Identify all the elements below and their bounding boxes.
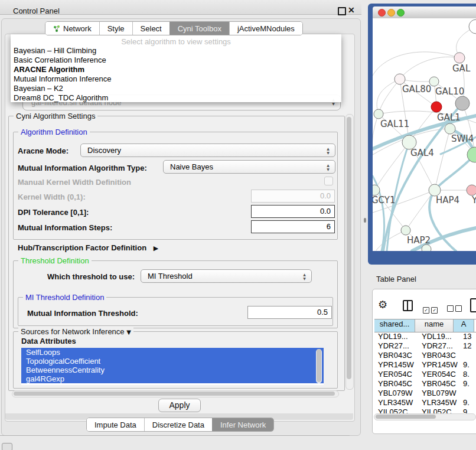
mi-steps-field[interactable]: 6 [251,220,335,233]
network-node-hap2[interactable] [401,226,410,235]
split-columns-icon[interactable] [403,300,413,311]
tab-select[interactable]: Select [132,22,169,35]
network-edge[interactable] [376,230,406,250]
table-header: shared...nameA [374,319,476,332]
which-threshold-combo[interactable]: MI Threshold ▲▼ [141,269,312,283]
close-icon[interactable]: ✕ [348,5,355,15]
network-canvas[interactable]: GALGAL80GAL10GAL1SWI4GAL11GAL4GCY1HAP4YH… [373,18,476,251]
network-node-gal80[interactable] [395,74,405,84]
control-panel-title: Control Panel [13,6,60,15]
table-row[interactable]: YLR345WYLR345W9. [374,398,476,407]
algorithm-option[interactable]: Dream8 DC_TDC Algorithm [11,93,341,103]
divider [0,435,350,436]
settings-vscrollbar-thumb[interactable] [347,117,351,379]
stepper-icon: ▲▼ [302,272,307,281]
attr-list-scrollbar[interactable] [316,349,322,383]
column-header-name[interactable]: name [415,319,454,332]
table-hscrollbar-thumb[interactable] [376,415,436,419]
tab-style[interactable]: Style [99,22,132,35]
algorithm-option[interactable]: Mutual Information Inference [11,74,341,84]
manual-kernel-width-checkbox[interactable] [324,177,333,185]
close-traffic-light[interactable] [378,9,386,17]
table-cell: YDL19... [418,332,459,341]
network-node-label: Y [471,195,476,206]
tab-jactivemnodules[interactable]: jActiveMNodules [229,22,302,35]
cyni-algorithm-settings-legend: Cyni Algorithm Settings [14,112,97,120]
network-node-gal10[interactable] [429,77,439,86]
network-node-y[interactable] [467,185,476,195]
network-edge[interactable] [435,129,450,190]
new-table-icon[interactable] [470,298,476,312]
bottom-left-button[interactable] [2,443,12,450]
table-cell: YBR045C [374,379,418,389]
table-row[interactable]: YDL19...YDL19...13 [374,332,476,341]
tab-discretize-data[interactable]: Discretize Data [144,418,212,431]
stepper-icon: ▲▼ [325,146,331,155]
table-row[interactable]: YER054CYER054C8. [374,370,476,379]
network-node[interactable] [469,19,476,34]
network-node-hap4[interactable] [429,184,441,196]
table-cell: YLR345W [418,398,459,407]
data-attribute-item[interactable]: BetweennessCentrality [21,366,324,374]
network-node-gal[interactable] [454,53,465,63]
minimize-traffic-light[interactable] [387,9,395,17]
network-node[interactable] [455,96,470,110]
network-window-titlebar[interactable] [373,6,476,19]
algorithm-option[interactable]: Basic Correlation Inference [11,56,341,65]
data-attribute-item[interactable]: SelfLoops [21,348,324,357]
aracne-mode-combo[interactable]: Discovery ▲▼ [80,144,335,157]
table-row[interactable]: YBL079WYBL079W [374,389,476,398]
algorithm-option[interactable]: Bayesian – Hill Climbing [11,46,341,56]
table-row[interactable]: YDR27...YDR27...12 [374,341,476,351]
table-row[interactable]: YBR043CYBR043C [374,351,476,360]
settings-vertical-scrollbar[interactable] [345,114,354,390]
network-node[interactable] [422,244,431,251]
network-tab-icon [53,25,60,32]
zoom-traffic-light[interactable] [397,9,405,17]
data-attribute-item[interactable]: gal4RGexp [21,374,324,383]
aracne-mode-value: Discovery [87,146,121,155]
network-edge[interactable] [400,57,459,79]
settings-horizontal-scrollbar[interactable] [12,390,339,397]
column-header-A[interactable]: A [454,319,474,332]
table-horizontal-scrollbar[interactable] [374,413,476,420]
threshold-definition-legend: Threshold Definition [18,256,92,265]
show-all-columns-icon[interactable]: ✓✓ [423,304,439,314]
tab-cyni-toolbox[interactable]: Cyni Toolbox [169,22,229,35]
table-cell: 12 [459,341,476,351]
network-node-gal1[interactable] [431,102,442,112]
gear-icon[interactable]: ⚙ [378,298,387,311]
network-edge[interactable] [379,79,400,114]
column-header-shared[interactable]: shared... [374,319,415,332]
algorithm-option[interactable]: Bayesian – K2 [11,84,341,93]
attr-list-scrollbar-thumb[interactable] [317,349,321,382]
panel-divider-handle[interactable] [364,218,366,223]
tab-network[interactable]: Network [45,22,99,35]
table-cell: YBL079W [418,389,459,398]
dpi-tolerance-field[interactable]: 0.0 [251,205,335,218]
hide-all-columns-icon[interactable] [447,304,464,314]
network-node-gal11[interactable] [374,109,383,119]
table-row[interactable]: YIL052CYIL052C9. [374,407,476,413]
apply-button[interactable]: Apply [158,399,201,412]
tab-label: Select [141,24,162,33]
kernel-width-field[interactable]: 0.0 [251,190,335,203]
expand-arrow-icon[interactable]: ▼ [126,329,131,335]
mi-algorithm-type-combo[interactable]: Naive Bayes ▲▼ [163,160,335,174]
tab-infer-network[interactable]: Infer Network [212,418,273,431]
table-cell: YBR043C [418,351,459,360]
control-panel-tabbar: NetworkStyleSelectCyni ToolboxjActiveMNo… [45,21,303,35]
table-row[interactable]: YPR145WYPR145W9. [374,360,476,370]
table-cell: YBR043C [374,351,418,360]
table-cell: YBL079W [374,389,418,398]
table-row[interactable]: YBR045CYBR045C9. [374,379,476,389]
settings-hscrollbar-thumb[interactable] [14,392,335,396]
float-window-icon[interactable] [338,7,346,15]
network-node-gcy1[interactable] [373,185,380,195]
network-edge[interactable] [373,52,459,76]
tab-impute-data[interactable]: Impute Data [87,418,144,431]
network-node-swi4[interactable] [445,123,455,134]
algorithm-option[interactable]: ARACNE Algorithm [11,65,341,74]
mi-threshold-field[interactable]: 0.5 [247,306,332,319]
data-attribute-item[interactable]: TopologicalCoefficient [21,357,324,366]
